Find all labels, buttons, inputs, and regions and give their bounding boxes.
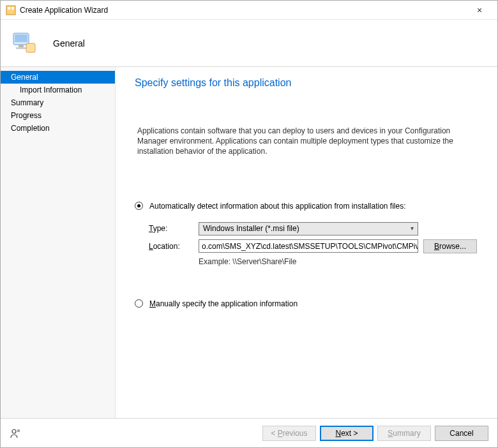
sidebar-item-import-information[interactable]: Import Information — [1, 84, 115, 96]
close-icon[interactable]: × — [467, 5, 492, 15]
wizard-header: General — [1, 20, 497, 67]
sidebar-item-summary[interactable]: Summary — [1, 96, 115, 109]
sidebar-item-general[interactable]: General — [1, 71, 115, 84]
next-button[interactable]: Next > — [320, 426, 374, 441]
cancel-button[interactable]: Cancel — [435, 426, 488, 441]
auto-detect-form: Type: Windows Installer (*.msi file) ▾ L… — [135, 222, 487, 266]
browse-button[interactable]: Browse... — [423, 239, 477, 253]
type-select[interactable]: Windows Installer (*.msi file) ▾ — [199, 222, 418, 235]
radio-button-icon — [135, 202, 143, 210]
location-input[interactable]: o.com\SMS_XYZ\cd.latest\SMSSETUP\TOOLS\C… — [199, 239, 418, 253]
sidebar-item-progress[interactable]: Progress — [1, 109, 115, 122]
header-step-title: General — [53, 38, 85, 49]
wizard-footer: < Previous Next > Summary Cancel — [1, 418, 497, 447]
location-value: o.com\SMS_XYZ\cd.latest\SMSSETUP\TOOLS\C… — [202, 242, 418, 251]
wizard-content: Specify settings for this application Ap… — [116, 67, 497, 418]
app-icon — [6, 5, 16, 15]
page-title: Specify settings for this application — [135, 77, 487, 89]
location-label: Location: — [149, 242, 199, 251]
type-label: Type: — [149, 224, 199, 233]
previous-button: < Previous — [262, 426, 316, 441]
svg-rect-6 — [16, 47, 26, 49]
sidebar-item-completion[interactable]: Completion — [1, 122, 115, 135]
page-intro-text: Applications contain software that you c… — [135, 126, 487, 157]
svg-rect-7 — [26, 43, 35, 52]
radio-manual[interactable]: Manually specify the application informa… — [135, 299, 487, 308]
summary-button: Summary — [377, 426, 431, 441]
radio-auto-label: Automatically detect information about t… — [149, 202, 406, 211]
radio-button-icon — [135, 299, 143, 308]
wizard-sidebar: General Import Information Summary Progr… — [1, 67, 116, 418]
radio-manual-label: Manually specify the application informa… — [149, 299, 298, 308]
window-title: Create Application Wizard — [20, 6, 467, 15]
svg-point-8 — [12, 429, 16, 433]
radio-auto-detect[interactable]: Automatically detect information about t… — [135, 202, 487, 211]
titlebar: Create Application Wizard × — [1, 1, 497, 20]
chevron-down-icon: ▾ — [411, 225, 414, 232]
user-feedback-icon[interactable] — [10, 428, 21, 439]
location-example: Example: \\Server\Share\File — [149, 257, 487, 266]
svg-rect-4 — [15, 34, 27, 42]
svg-rect-5 — [19, 45, 24, 47]
svg-rect-2 — [11, 7, 14, 10]
svg-rect-1 — [8, 7, 10, 10]
type-select-value: Windows Installer (*.msi file) — [203, 224, 299, 233]
wizard-icon — [10, 29, 38, 57]
